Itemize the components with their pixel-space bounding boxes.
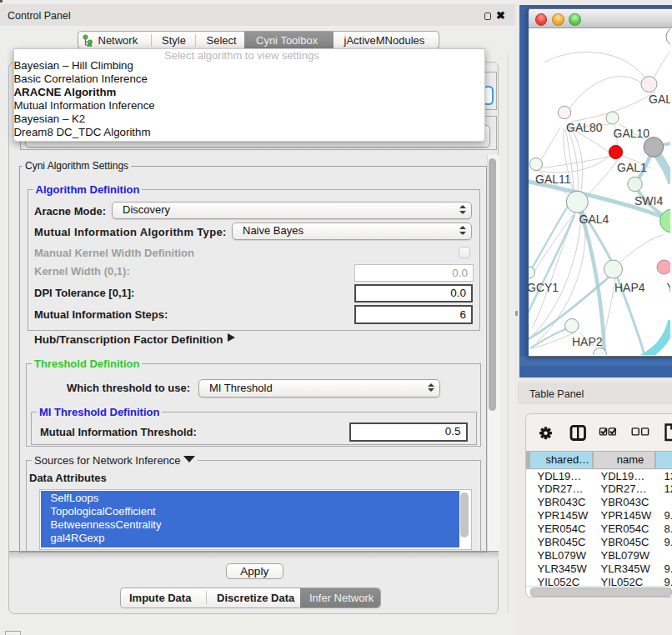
- svg-text:GAL80: GAL80: [566, 121, 603, 134]
- svg-text:Y: Y: [666, 281, 670, 294]
- svg-text:GCY1: GCY1: [529, 281, 559, 294]
- svg-text:GAL11: GAL11: [535, 172, 571, 186]
- svg-text:GAL1: GAL1: [617, 161, 647, 174]
- svg-text:HAP4: HAP4: [614, 281, 645, 294]
- svg-text:GAL10: GAL10: [613, 127, 649, 140]
- svg-text:HAP2: HAP2: [572, 335, 603, 348]
- svg-text:GAL4: GAL4: [579, 212, 609, 226]
- svg-text:GAL7: GAL7: [649, 92, 670, 106]
- svg-text:SWI4: SWI4: [634, 194, 663, 208]
